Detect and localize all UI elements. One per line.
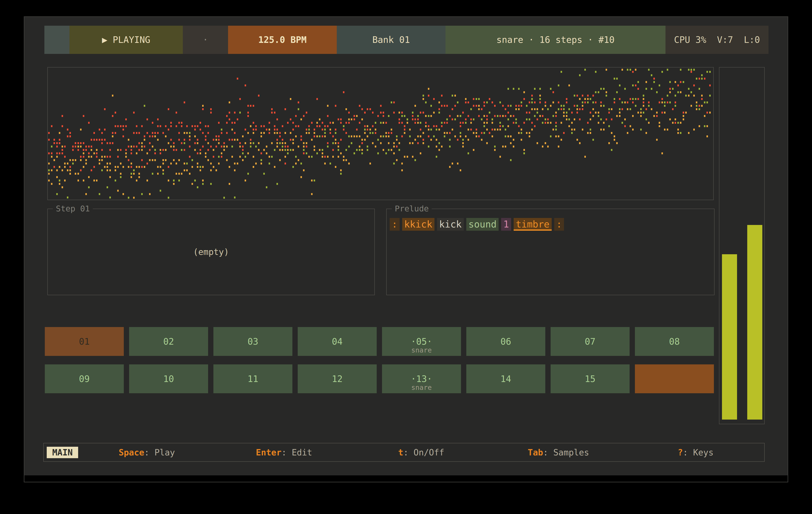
level-meters-panel bbox=[719, 67, 765, 424]
step-button-label: 01 bbox=[79, 336, 90, 347]
step-panel: Step 01 (empty) bbox=[47, 209, 375, 295]
step-button-08[interactable]: 08 bbox=[635, 327, 714, 356]
prelude-token-3[interactable]: sound bbox=[466, 218, 499, 231]
shortcut-edit: Enter: Edit bbox=[215, 448, 352, 457]
prelude-panel: Prelude :kkickkicksound1timbre: bbox=[386, 209, 715, 295]
step-button-sublabel: snare bbox=[382, 384, 461, 392]
topbar-segment-cpu: CPU 3% V:7 L:0 bbox=[666, 26, 768, 54]
shortcut-label: : Samples bbox=[543, 448, 589, 457]
bottom-status-bar: MAIN Space: PlayEnter: Editt: On/OffTab:… bbox=[43, 443, 765, 462]
shortcut-samples: Tab: Samples bbox=[490, 448, 627, 457]
step-button-label: 10 bbox=[163, 374, 174, 384]
step-button-label: 06 bbox=[500, 336, 511, 347]
step-button-label: 15 bbox=[585, 374, 596, 384]
step-empty-label: (empty) bbox=[48, 209, 374, 295]
step-button-label: 11 bbox=[248, 374, 258, 384]
shortcut-label: : Keys bbox=[683, 448, 714, 457]
step-button-13[interactable]: ·13·snare bbox=[382, 364, 461, 393]
topbar-segment-bank[interactable]: Bank 01 bbox=[337, 26, 445, 54]
shortcut-hints: Space: PlayEnter: Editt: On/OffTab: Samp… bbox=[78, 448, 764, 457]
shortcut-key: Space bbox=[119, 448, 144, 457]
shortcut-label: : Play bbox=[144, 448, 175, 457]
step-button-15[interactable]: 15 bbox=[551, 364, 630, 393]
step-button-05[interactable]: ·05·snare bbox=[382, 327, 461, 356]
topbar-segment-bpm[interactable]: 125.0 BPM bbox=[228, 26, 337, 54]
level-meter-right bbox=[747, 225, 762, 420]
step-button-label: 07 bbox=[585, 336, 596, 347]
pattern-visualizer-canvas bbox=[48, 67, 713, 200]
shortcut-on/off: t: On/Off bbox=[353, 448, 490, 457]
step-button-04[interactable]: 04 bbox=[298, 327, 377, 356]
app-window: ▶ PLAYING·125.0 BPMBank 01snare · 16 ste… bbox=[24, 16, 788, 482]
step-button-16[interactable] bbox=[635, 364, 714, 393]
desktop-background: ▶ PLAYING·125.0 BPMBank 01snare · 16 ste… bbox=[0, 0, 812, 514]
step-button-sublabel: snare bbox=[382, 346, 461, 354]
shortcut-keys: ?: Keys bbox=[627, 448, 764, 457]
shortcut-key: t bbox=[398, 448, 403, 457]
step-button-07[interactable]: 07 bbox=[551, 327, 630, 356]
shortcut-key: Tab bbox=[528, 448, 543, 457]
prelude-token-5[interactable]: timbre bbox=[514, 218, 552, 231]
level-meter-left bbox=[722, 254, 737, 420]
shortcut-label: : Edit bbox=[282, 448, 312, 457]
shortcut-label: : On/Off bbox=[403, 448, 444, 457]
step-button-01[interactable]: 01 bbox=[45, 327, 124, 356]
topbar-segment-separator: · bbox=[183, 26, 228, 54]
step-button-label: 12 bbox=[332, 374, 343, 384]
step-button-10[interactable]: 10 bbox=[129, 364, 208, 393]
step-button-label: ·13· bbox=[411, 374, 432, 384]
prelude-token-0[interactable]: : bbox=[390, 218, 400, 231]
topbar-segment-spacer bbox=[45, 26, 69, 54]
step-button-grid: 01020304·05·snare06070809101112·13·snare… bbox=[45, 327, 714, 393]
prelude-code-line[interactable]: :kkickkicksound1timbre: bbox=[390, 218, 564, 231]
step-button-02[interactable]: 02 bbox=[129, 327, 208, 356]
prelude-token-2[interactable]: kick bbox=[437, 218, 464, 231]
step-button-label: ·05· bbox=[411, 336, 432, 347]
step-button-label: 14 bbox=[500, 374, 511, 384]
shortcut-play: Space: Play bbox=[78, 448, 215, 457]
step-button-09[interactable]: 09 bbox=[45, 364, 124, 393]
topbar-segment-track[interactable]: snare · 16 steps · #10 bbox=[445, 26, 666, 54]
shortcut-key: Enter bbox=[256, 448, 281, 457]
step-button-12[interactable]: 12 bbox=[298, 364, 377, 393]
top-status-bar: ▶ PLAYING·125.0 BPMBank 01snare · 16 ste… bbox=[45, 26, 768, 54]
shortcut-key: ? bbox=[678, 448, 683, 457]
step-button-06[interactable]: 06 bbox=[466, 327, 545, 356]
mode-badge: MAIN bbox=[47, 447, 78, 458]
step-button-label: 03 bbox=[248, 336, 258, 347]
prelude-token-6[interactable]: : bbox=[554, 218, 564, 231]
step-button-11[interactable]: 11 bbox=[213, 364, 292, 393]
pattern-visualizer-panel bbox=[47, 67, 714, 200]
prelude-token-4[interactable]: 1 bbox=[501, 218, 511, 231]
step-button-label: 02 bbox=[163, 336, 174, 347]
step-button-label: 09 bbox=[79, 374, 90, 384]
step-button-03[interactable]: 03 bbox=[213, 327, 292, 356]
step-button-label: 08 bbox=[669, 336, 680, 347]
prelude-panel-title: Prelude bbox=[392, 204, 432, 213]
step-button-label: 04 bbox=[332, 336, 343, 347]
step-button-14[interactable]: 14 bbox=[466, 364, 545, 393]
prelude-token-1[interactable]: kkick bbox=[402, 218, 434, 231]
topbar-segment-transport[interactable]: ▶ PLAYING bbox=[69, 26, 183, 54]
